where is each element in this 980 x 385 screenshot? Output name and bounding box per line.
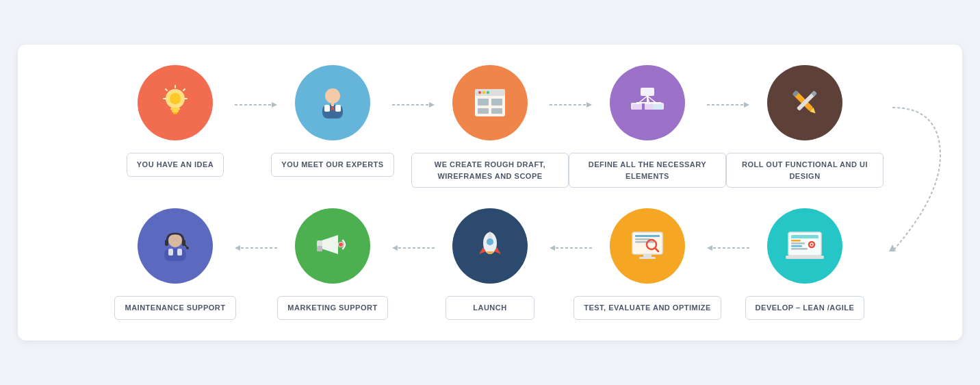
svg-line-57 [185,245,187,247]
circle-test [610,208,685,284]
svg-marker-60 [235,245,240,251]
process-diagram: YOU HAVE AN IDEA [18,45,962,340]
svg-rect-21 [478,99,489,105]
svg-rect-87 [786,256,824,259]
label-draft: WE CREATE ROUGH DRAFT, WIREFRAMES AND SC… [411,153,569,188]
step-experts: YOU MEET OUR EXPERTS [254,65,411,177]
svg-rect-24 [491,108,502,114]
svg-rect-2 [172,110,179,112]
step-test: TEST, EVALUATE AND OPTIMIZE [569,208,726,320]
svg-marker-18 [429,102,435,108]
circle-draft [452,65,528,140]
svg-rect-38 [645,104,654,110]
svg-rect-53 [168,249,173,256]
svg-marker-10 [272,102,277,108]
svg-point-11 [325,88,340,103]
label-idea: YOU HAVE AN IDEA [127,153,224,177]
svg-point-69 [487,238,493,245]
circle-support [138,208,213,284]
step-support: MAINTENANCE SUPPORT [96,208,254,320]
svg-rect-16 [331,103,334,106]
svg-point-64 [339,243,343,247]
step-develop: DEVELOP – LEAN /AGILE [726,208,884,320]
svg-rect-54 [177,249,182,256]
label-marketing: MARKETING SUPPORT [277,296,387,320]
wireframe-icon [468,81,512,125]
svg-rect-1 [170,108,180,110]
bulb-icon [155,82,196,123]
circle-design [767,65,842,140]
step-idea: YOU HAVE AN IDEA [96,65,254,177]
step-elements: DEFINE ALL THE NECESSARY ELEMENTS [569,65,726,188]
svg-rect-80 [635,241,654,243]
svg-point-51 [168,234,182,247]
svg-marker-29 [586,102,592,108]
svg-line-5 [183,89,185,90]
svg-rect-88 [791,235,818,238]
test-icon [626,224,669,268]
svg-rect-52 [164,249,186,261]
svg-rect-90 [791,243,805,245]
label-test: TEST, EVALUATE AND OPTIMIZE [573,296,721,320]
circle-marketing [295,208,370,284]
support-icon [153,224,197,268]
svg-point-95 [811,244,813,246]
row-1: YOU HAVE AN IDEA [31,65,949,188]
svg-rect-55 [165,240,168,246]
arrow-experts-draft [392,99,439,110]
step-launch: LAUNCH [411,208,569,320]
circle-launch [452,208,528,284]
arrow-draft-elements [550,99,596,110]
arrow-launch-marketing [392,243,439,253]
elements-icon [626,81,669,125]
svg-line-6 [166,89,167,90]
arrow-idea-experts [235,99,281,110]
launch-icon [468,224,512,268]
svg-rect-39 [653,104,662,110]
person-icon [312,82,353,123]
arrow-test-launch [550,243,596,253]
arrow-develop-test [707,243,753,253]
svg-rect-22 [491,99,502,105]
svg-rect-13 [324,105,330,112]
svg-point-27 [487,91,489,94]
label-experts: YOU MEET OUR EXPERTS [271,153,394,177]
step-design: ROLL OUT FUNCTIONAL AND UI DESIGN [726,65,884,188]
arrow-elements-design [707,99,753,110]
label-design: ROLL OUT FUNCTIONAL AND UI DESIGN [726,153,884,188]
step-marketing: MARKETING SUPPORT [254,208,411,320]
svg-rect-92 [791,248,808,250]
svg-rect-91 [791,245,802,247]
svg-rect-62 [317,246,322,251]
label-launch: LAUNCH [446,296,534,320]
svg-rect-76 [643,254,652,257]
svg-rect-30 [641,88,654,96]
svg-rect-23 [478,108,489,114]
circle-experts [295,65,370,140]
step-draft: WE CREATE ROUGH DRAFT, WIREFRAMES AND SC… [411,65,569,188]
circle-idea [138,65,213,140]
label-elements: DEFINE ALL THE NECESSARY ELEMENTS [569,153,726,188]
svg-rect-78 [635,235,660,237]
svg-rect-14 [335,105,341,112]
label-develop: DEVELOP – LEAN /AGILE [745,296,865,320]
svg-rect-3 [173,112,177,114]
svg-point-26 [482,91,485,94]
arrow-marketing-support [235,243,281,253]
row-2: MAINTENANCE SUPPORT [31,208,949,320]
svg-marker-84 [707,245,712,251]
svg-rect-89 [791,240,801,242]
develop-icon [783,224,827,268]
circle-develop [767,208,842,284]
svg-rect-79 [635,238,650,240]
design-icon [783,81,827,125]
circle-elements [610,65,685,140]
svg-rect-37 [632,104,642,110]
rows-wrapper: YOU HAVE AN IDEA [31,65,949,320]
svg-rect-77 [639,257,656,259]
marketing-icon [311,224,354,268]
svg-point-25 [478,91,481,94]
svg-marker-73 [550,245,555,251]
svg-point-58 [186,247,189,249]
svg-marker-44 [744,102,749,108]
